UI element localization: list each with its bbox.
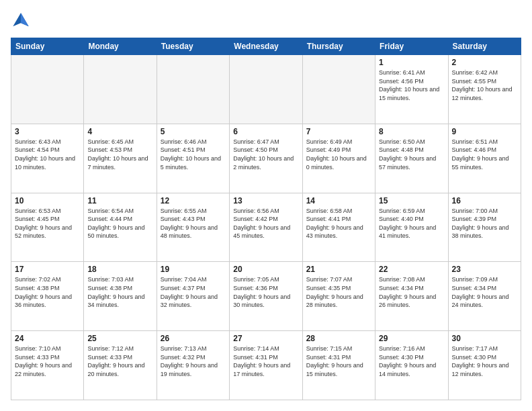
day-cell: 24Sunrise: 7:10 AM Sunset: 4:33 PM Dayli… <box>11 331 84 400</box>
day-cell: 30Sunrise: 7:17 AM Sunset: 4:30 PM Dayli… <box>448 331 521 400</box>
day-info: Sunrise: 7:09 AM Sunset: 4:34 PM Dayligh… <box>452 275 517 309</box>
day-number: 22 <box>379 265 444 274</box>
day-cell <box>157 55 229 124</box>
day-info: Sunrise: 6:51 AM Sunset: 4:46 PM Dayligh… <box>452 138 517 171</box>
day-info: Sunrise: 6:43 AM Sunset: 4:54 PM Dayligh… <box>15 138 80 171</box>
week-row-3: 17Sunrise: 7:02 AM Sunset: 4:38 PM Dayli… <box>11 262 521 331</box>
day-cell: 27Sunrise: 7:14 AM Sunset: 4:31 PM Dayli… <box>230 331 302 400</box>
day-cell: 4Sunrise: 6:45 AM Sunset: 4:53 PM Daylig… <box>84 124 157 193</box>
day-cell: 13Sunrise: 6:56 AM Sunset: 4:42 PM Dayli… <box>230 193 302 262</box>
day-number: 5 <box>161 127 226 136</box>
day-number: 25 <box>87 334 152 343</box>
day-cell: 25Sunrise: 7:12 AM Sunset: 4:33 PM Dayli… <box>84 331 157 400</box>
day-cell: 1Sunrise: 6:41 AM Sunset: 4:56 PM Daylig… <box>375 55 448 124</box>
day-cell: 28Sunrise: 7:15 AM Sunset: 4:31 PM Dayli… <box>302 331 375 400</box>
day-info: Sunrise: 7:08 AM Sunset: 4:34 PM Dayligh… <box>379 275 444 309</box>
day-cell <box>302 55 375 124</box>
day-info: Sunrise: 6:56 AM Sunset: 4:42 PM Dayligh… <box>233 207 298 240</box>
weekday-header-wednesday: Wednesday <box>230 38 302 55</box>
header <box>11 11 521 31</box>
day-info: Sunrise: 7:02 AM Sunset: 4:38 PM Dayligh… <box>15 275 80 309</box>
weekday-header-row: SundayMondayTuesdayWednesdayThursdayFrid… <box>11 38 521 55</box>
day-info: Sunrise: 7:13 AM Sunset: 4:32 PM Dayligh… <box>161 345 226 378</box>
day-cell: 19Sunrise: 7:04 AM Sunset: 4:37 PM Dayli… <box>157 262 229 331</box>
day-cell: 15Sunrise: 6:59 AM Sunset: 4:40 PM Dayli… <box>375 193 448 262</box>
day-info: Sunrise: 6:53 AM Sunset: 4:45 PM Dayligh… <box>15 207 80 240</box>
day-number: 30 <box>452 334 517 343</box>
day-info: Sunrise: 6:54 AM Sunset: 4:44 PM Dayligh… <box>87 207 152 240</box>
day-cell: 12Sunrise: 6:55 AM Sunset: 4:43 PM Dayli… <box>157 193 229 262</box>
page: SundayMondayTuesdayWednesdayThursdayFrid… <box>0 0 532 411</box>
day-cell: 18Sunrise: 7:03 AM Sunset: 4:38 PM Dayli… <box>84 262 157 331</box>
day-cell: 10Sunrise: 6:53 AM Sunset: 4:45 PM Dayli… <box>11 193 84 262</box>
day-number: 8 <box>379 127 444 136</box>
day-info: Sunrise: 6:47 AM Sunset: 4:50 PM Dayligh… <box>233 138 298 171</box>
logo <box>11 11 34 31</box>
day-number: 16 <box>452 196 517 205</box>
week-row-0: 1Sunrise: 6:41 AM Sunset: 4:56 PM Daylig… <box>11 55 521 124</box>
day-cell: 22Sunrise: 7:08 AM Sunset: 4:34 PM Dayli… <box>375 262 448 331</box>
day-number: 18 <box>87 265 152 274</box>
day-number: 19 <box>161 265 226 274</box>
day-info: Sunrise: 7:14 AM Sunset: 4:31 PM Dayligh… <box>233 345 298 378</box>
day-number: 24 <box>15 334 80 343</box>
weekday-header-tuesday: Tuesday <box>157 38 229 55</box>
day-info: Sunrise: 6:49 AM Sunset: 4:49 PM Dayligh… <box>306 138 371 171</box>
day-info: Sunrise: 6:42 AM Sunset: 4:55 PM Dayligh… <box>452 68 517 102</box>
day-number: 1 <box>379 58 444 67</box>
day-cell <box>84 55 157 124</box>
day-info: Sunrise: 6:41 AM Sunset: 4:56 PM Dayligh… <box>379 68 444 102</box>
day-cell: 7Sunrise: 6:49 AM Sunset: 4:49 PM Daylig… <box>302 124 375 193</box>
day-number: 7 <box>306 127 371 136</box>
day-info: Sunrise: 6:50 AM Sunset: 4:48 PM Dayligh… <box>379 138 444 171</box>
day-cell: 20Sunrise: 7:05 AM Sunset: 4:36 PM Dayli… <box>230 262 302 331</box>
day-cell <box>230 55 302 124</box>
day-number: 26 <box>161 334 226 343</box>
day-cell: 11Sunrise: 6:54 AM Sunset: 4:44 PM Dayli… <box>84 193 157 262</box>
day-number: 21 <box>306 265 371 274</box>
day-number: 11 <box>87 196 152 205</box>
day-cell: 2Sunrise: 6:42 AM Sunset: 4:55 PM Daylig… <box>448 55 521 124</box>
day-number: 17 <box>15 265 80 274</box>
day-number: 4 <box>87 127 152 136</box>
week-row-2: 10Sunrise: 6:53 AM Sunset: 4:45 PM Dayli… <box>11 193 521 262</box>
day-number: 6 <box>233 127 298 136</box>
week-row-1: 3Sunrise: 6:43 AM Sunset: 4:54 PM Daylig… <box>11 124 521 193</box>
weekday-header-friday: Friday <box>375 38 448 55</box>
day-cell: 26Sunrise: 7:13 AM Sunset: 4:32 PM Dayli… <box>157 331 229 400</box>
day-info: Sunrise: 7:16 AM Sunset: 4:30 PM Dayligh… <box>379 345 444 378</box>
day-cell: 6Sunrise: 6:47 AM Sunset: 4:50 PM Daylig… <box>230 124 302 193</box>
day-info: Sunrise: 7:12 AM Sunset: 4:33 PM Dayligh… <box>87 345 152 378</box>
day-number: 15 <box>379 196 444 205</box>
weekday-header-monday: Monday <box>84 38 157 55</box>
day-cell: 23Sunrise: 7:09 AM Sunset: 4:34 PM Dayli… <box>448 262 521 331</box>
weekday-header-sunday: Sunday <box>11 38 84 55</box>
week-row-4: 24Sunrise: 7:10 AM Sunset: 4:33 PM Dayli… <box>11 331 521 400</box>
day-info: Sunrise: 7:15 AM Sunset: 4:31 PM Dayligh… <box>306 345 371 378</box>
day-number: 20 <box>233 265 298 274</box>
day-number: 13 <box>233 196 298 205</box>
day-info: Sunrise: 7:07 AM Sunset: 4:35 PM Dayligh… <box>306 275 371 309</box>
day-info: Sunrise: 6:59 AM Sunset: 4:40 PM Dayligh… <box>379 207 444 240</box>
day-number: 2 <box>452 58 517 67</box>
day-number: 23 <box>452 265 517 274</box>
day-info: Sunrise: 7:00 AM Sunset: 4:39 PM Dayligh… <box>452 207 517 240</box>
day-info: Sunrise: 6:46 AM Sunset: 4:51 PM Dayligh… <box>161 138 226 171</box>
day-number: 12 <box>161 196 226 205</box>
svg-marker-1 <box>21 13 29 26</box>
day-info: Sunrise: 6:55 AM Sunset: 4:43 PM Dayligh… <box>161 207 226 240</box>
day-cell: 21Sunrise: 7:07 AM Sunset: 4:35 PM Dayli… <box>302 262 375 331</box>
day-cell: 14Sunrise: 6:58 AM Sunset: 4:41 PM Dayli… <box>302 193 375 262</box>
day-cell: 29Sunrise: 7:16 AM Sunset: 4:30 PM Dayli… <box>375 331 448 400</box>
day-number: 28 <box>306 334 371 343</box>
day-number: 27 <box>233 334 298 343</box>
weekday-header-thursday: Thursday <box>302 38 375 55</box>
day-number: 29 <box>379 334 444 343</box>
day-info: Sunrise: 6:45 AM Sunset: 4:53 PM Dayligh… <box>87 138 152 171</box>
day-number: 14 <box>306 196 371 205</box>
weekday-header-saturday: Saturday <box>448 38 521 55</box>
day-cell <box>11 55 84 124</box>
day-number: 10 <box>15 196 80 205</box>
day-cell: 3Sunrise: 6:43 AM Sunset: 4:54 PM Daylig… <box>11 124 84 193</box>
day-info: Sunrise: 6:58 AM Sunset: 4:41 PM Dayligh… <box>306 207 371 240</box>
